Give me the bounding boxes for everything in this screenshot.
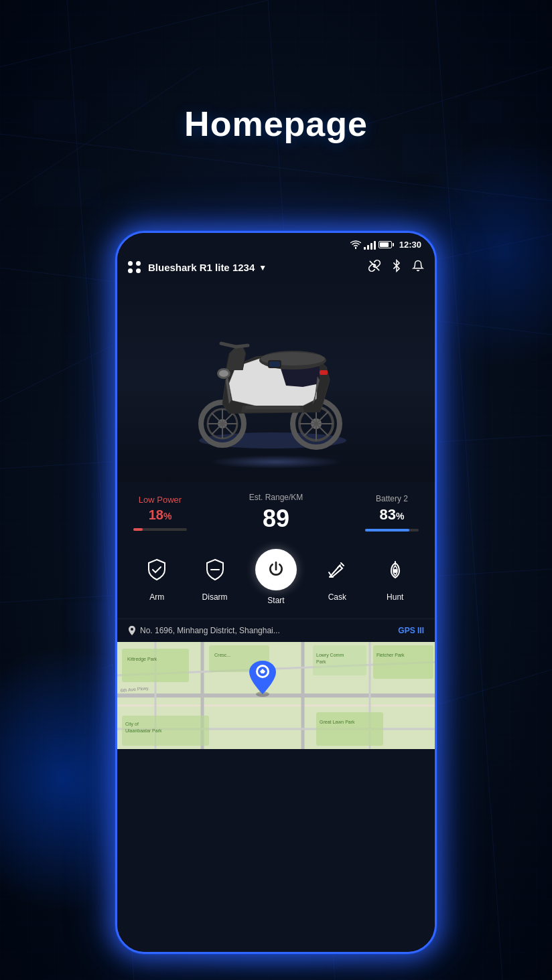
svg-rect-70 (316, 712, 383, 746)
phone-mockup: 12:30 Blueshark R1 lite 1234 ▼ (115, 231, 437, 954)
battery1-unit: % (163, 511, 171, 521)
svg-text:Park: Park (316, 659, 326, 664)
phone-frame: 12:30 Blueshark R1 lite 1234 ▼ (115, 231, 437, 954)
signal-bar-3 (370, 243, 372, 250)
menu-dot-1 (128, 261, 133, 266)
start-icon-wrap (255, 549, 297, 590)
address-text: No. 1696, Minhang District, Shanghai... (140, 626, 280, 635)
svg-line-11 (0, 335, 134, 402)
svg-text:Lowry Comm: Lowry Comm (316, 653, 344, 658)
svg-rect-47 (269, 361, 280, 367)
gps-badge: GPS III (398, 626, 424, 635)
signal-bar-2 (367, 245, 369, 250)
menu-dots-icon[interactable] (128, 261, 141, 274)
hunt-icon-wrap (378, 552, 413, 587)
link-icon[interactable] (368, 259, 381, 276)
battery1-label: Low Power (139, 495, 182, 505)
battery2-label: Battery 2 (376, 494, 408, 503)
svg-line-49 (338, 565, 340, 568)
svg-rect-68 (373, 645, 433, 679)
cask-label: Cask (328, 592, 346, 602)
svg-rect-19 (33, 167, 100, 208)
battery2-stat: Battery 2 83% (365, 494, 419, 532)
svg-text:Cresc...: Cresc... (214, 653, 230, 657)
disarm-icon-wrap (198, 552, 232, 587)
arm-label: Arm (149, 592, 164, 602)
range-value: 89 (263, 505, 289, 533)
svg-line-23 (370, 261, 378, 270)
svg-rect-21 (67, 602, 114, 633)
battery2-value-wrap: 83% (380, 506, 405, 523)
svg-point-44 (219, 370, 228, 377)
disarm-button[interactable]: Disarm (198, 552, 232, 602)
svg-line-41 (221, 343, 236, 347)
menu-dot-4 (136, 268, 141, 273)
hunt-icon (386, 560, 405, 579)
svg-text:City of: City of (125, 722, 139, 727)
location-bar: No. 1696, Minhang District, Shanghai... … (117, 619, 435, 642)
vehicle-name[interactable]: Blueshark R1 lite 1234 ▼ (148, 262, 368, 273)
header-icons (368, 259, 424, 276)
battery1-value: 18 (149, 507, 163, 522)
battery-icon (378, 241, 394, 248)
map-svg: Kittredge Park Cresc... Lowry Comm Park … (117, 642, 435, 749)
bell-icon[interactable] (412, 259, 424, 276)
svg-line-50 (341, 563, 344, 566)
battery1-stat: Low Power 18% (133, 495, 187, 531)
range-label: Est. Range/KM (249, 493, 303, 502)
status-icons: 12:30 (350, 240, 421, 250)
start-button[interactable]: Start (255, 549, 297, 605)
wifi-status-icon (350, 240, 361, 249)
signal-bars (364, 240, 376, 250)
signal-bar-4 (374, 241, 376, 250)
range-stat: Est. Range/KM 89 (249, 493, 303, 533)
pin-icon (128, 626, 136, 635)
battery-tip (393, 243, 394, 246)
start-label: Start (267, 596, 284, 605)
menu-dot-2 (136, 261, 141, 266)
hunt-button[interactable]: Hunt (378, 552, 413, 602)
disarm-shield-icon (205, 558, 225, 581)
battery1-bar (133, 528, 187, 531)
battery1-value-wrap: 18% (149, 507, 172, 523)
menu-dot-3 (128, 268, 133, 273)
battery-fill (380, 242, 389, 247)
battery2-unit: % (396, 511, 404, 521)
svg-line-42 (236, 345, 248, 347)
header-bar: Blueshark R1 lite 1234 ▼ (117, 254, 435, 281)
scooter-image (169, 300, 383, 463)
svg-text:Great Lawn Park: Great Lawn Park (320, 720, 355, 724)
vehicle-name-text: Blueshark R1 lite 1234 (148, 262, 255, 273)
battery1-bar-fill (133, 528, 143, 531)
phone-screen: 12:30 Blueshark R1 lite 1234 ▼ (117, 233, 435, 952)
disarm-label: Disarm (202, 592, 228, 602)
cask-icon (328, 560, 346, 579)
signal-bar-1 (364, 247, 366, 250)
battery-body (378, 241, 392, 248)
status-time: 12:30 (399, 240, 421, 250)
scooter-svg (169, 300, 383, 461)
svg-rect-16 (107, 80, 147, 107)
svg-rect-45 (320, 370, 328, 375)
svg-point-55 (131, 628, 133, 631)
map-area[interactable]: Kittredge Park Cresc... Lowry Comm Park … (117, 642, 435, 749)
svg-text:Fletcher Park: Fletcher Park (376, 653, 405, 657)
arm-shield-icon (147, 558, 167, 581)
status-bar: 12:30 (117, 233, 435, 254)
hunt-label: Hunt (387, 592, 403, 602)
svg-text:Kittredge Park: Kittredge Park (127, 657, 157, 662)
arm-icon-wrap (139, 552, 174, 587)
battery2-bar-fill (365, 529, 409, 532)
page-title: Homepage (0, 104, 552, 144)
svg-text:Ulaanbaatar Park: Ulaanbaatar Park (125, 728, 162, 733)
controls-row: Arm Disarm (117, 538, 435, 619)
bluetooth-icon[interactable] (391, 259, 403, 276)
arm-button[interactable]: Arm (139, 552, 174, 602)
svg-point-53 (394, 570, 397, 572)
cask-button[interactable]: Cask (320, 552, 354, 602)
power-icon (267, 561, 285, 578)
battery2-value: 83 (380, 506, 396, 523)
dropdown-arrow-icon: ▼ (259, 263, 267, 272)
svg-rect-65 (122, 649, 189, 682)
stats-row: Low Power 18% Est. Range/KM 89 Battery 2 (117, 482, 435, 538)
